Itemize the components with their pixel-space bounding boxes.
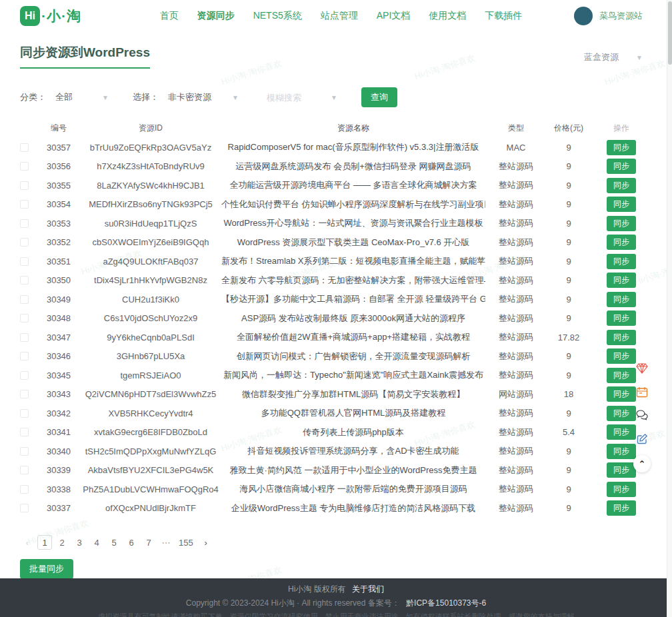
source-select[interactable]: 蓝盒资源 ▼ — [584, 51, 643, 69]
cell-resource-name: 新闻风尚，一触即达：Typecho"新闻速览"响应式主题Xaink震撼发布 — [221, 369, 485, 381]
row-checkbox[interactable] — [20, 181, 29, 190]
sync-button[interactable]: 同步 — [607, 330, 636, 345]
cell-resource-name: 海风小店微信商城小程序 一款附带后端的免费开源项目源码 — [221, 483, 485, 495]
sync-button[interactable]: 同步 — [607, 406, 636, 421]
sync-button[interactable]: 同步 — [607, 140, 636, 155]
sync-button[interactable]: 同步 — [607, 444, 636, 459]
row-checkbox[interactable] — [20, 504, 29, 512]
row-checkbox[interactable] — [20, 352, 29, 360]
about-us-link[interactable]: 关于我们 — [352, 584, 384, 594]
site-logo[interactable]: Hi ·小·淘 — [20, 6, 81, 26]
row-checkbox[interactable] — [20, 219, 29, 228]
cell-resource-name: 创新网页访问模式：广告解锁密钥，全开源流量变现源码解析 — [221, 350, 485, 362]
cell-price: 9 — [547, 313, 591, 323]
row-checkbox[interactable] — [20, 390, 29, 398]
pagination-page-2[interactable]: 2 — [55, 535, 69, 550]
sync-button[interactable]: 同步 — [607, 310, 636, 326]
cell-resource-name: 新发布！Streamlab X系列第二版：短视频电影直播全能主题，赋能苹果CMS — [221, 255, 485, 267]
row-checkbox[interactable] — [20, 238, 29, 247]
category-select[interactable]: 全部 ▼ — [51, 89, 113, 106]
cell-resource-name: 全功能运营级开源跨境电商平台 —— 多语言全球化商城解决方案 — [221, 179, 485, 191]
row-checkbox-cell — [20, 143, 37, 152]
page-title: 同步资源到WordPress — [20, 44, 150, 69]
sync-button[interactable]: 同步 — [607, 292, 636, 307]
scrollbar[interactable] — [667, 0, 672, 617]
col-rid: 资源ID — [80, 123, 221, 134]
sync-button[interactable]: 同步 — [607, 159, 636, 174]
sync-button[interactable]: 同步 — [607, 368, 636, 383]
nav-item-5[interactable]: 使用文档 — [429, 10, 466, 22]
row-checkbox[interactable] — [20, 295, 29, 304]
row-checkbox[interactable] — [20, 466, 29, 474]
edit-icon[interactable] — [635, 432, 649, 445]
pagination-page-5[interactable]: 5 — [107, 535, 121, 550]
nav-item-3[interactable]: 站点管理 — [321, 10, 358, 22]
sync-button[interactable]: 同步 — [607, 216, 636, 231]
nav-item-2[interactable]: NETS5系统 — [253, 10, 302, 22]
row-checkbox[interactable] — [20, 276, 29, 285]
cell-operation: 同步 — [591, 235, 652, 250]
row-checkbox[interactable] — [20, 162, 29, 171]
sync-button[interactable]: 同步 — [607, 482, 636, 497]
gem-icon[interactable] — [635, 362, 649, 375]
sync-button[interactable]: 同步 — [607, 424, 636, 440]
cell-id: 30355 — [37, 181, 80, 191]
sync-button[interactable]: 同步 — [607, 462, 636, 478]
resource-type-select[interactable]: 非卡密资源 ▼ — [164, 89, 243, 106]
icp-license-link[interactable]: 黔ICP备15010373号-6 — [406, 598, 486, 608]
search-input[interactable] — [267, 93, 324, 103]
query-button[interactable]: 查询 — [361, 87, 397, 107]
calendar-icon[interactable] — [635, 385, 649, 398]
row-checkbox[interactable] — [20, 314, 29, 322]
avatar[interactable] — [574, 7, 593, 25]
sync-button[interactable]: 同步 — [607, 348, 636, 364]
user-box[interactable]: 菜鸟资源站 — [574, 7, 643, 25]
pagination-page-1[interactable]: 1 — [37, 535, 52, 550]
pagination-page-155[interactable]: 155 — [176, 535, 196, 550]
nav-item-4[interactable]: API文档 — [377, 10, 411, 22]
pagination-prev[interactable]: ‹ — [20, 535, 35, 550]
cell-resource-id: MEDfHXirZBso6nyTNGk93PCj5 — [80, 199, 221, 209]
row-checkbox[interactable] — [20, 143, 29, 152]
back-to-top-button[interactable]: ⌃ — [633, 455, 651, 472]
row-checkbox[interactable] — [20, 257, 29, 266]
cell-type: 整站源码 — [485, 293, 547, 305]
row-checkbox[interactable] — [20, 485, 29, 494]
batch-sync-button[interactable]: 批量同步 — [20, 559, 73, 579]
row-checkbox[interactable] — [20, 447, 29, 456]
pagination-page-4[interactable]: 4 — [89, 535, 104, 550]
row-checkbox[interactable] — [20, 371, 29, 380]
cell-id: 30354 — [37, 199, 80, 209]
row-checkbox[interactable] — [20, 200, 29, 209]
pagination-page-7[interactable]: 7 — [141, 535, 156, 550]
col-name: 资源名称 — [221, 123, 485, 134]
pagination-next[interactable]: › — [199, 535, 213, 550]
sync-button[interactable]: 同步 — [607, 235, 636, 250]
pagination-page-6[interactable]: 6 — [124, 535, 139, 550]
scrollbar-thumb[interactable] — [668, 1, 672, 65]
sync-button[interactable]: 同步 — [607, 178, 636, 193]
nav-item-6[interactable]: 下载插件 — [485, 10, 522, 22]
row-checkbox[interactable] — [20, 428, 29, 436]
sync-button[interactable]: 同步 — [607, 273, 636, 288]
cell-resource-id: tgemRSJEiAO0 — [80, 370, 221, 380]
cell-resource-id: 3GHnb67pLU5Xa — [80, 351, 221, 361]
sync-button[interactable]: 同步 — [607, 500, 636, 516]
chat-icon[interactable] — [635, 408, 649, 422]
cell-resource-id: tSH2c5ImQDPpXxgMuNwfYZLqG — [80, 446, 221, 456]
row-checkbox-cell — [20, 200, 37, 209]
resource-table: 编号 资源ID 资源名称 类型 价格(元) 操作 30357bTrUu9ZoEQ… — [20, 118, 652, 518]
cell-type: 整站源码 — [485, 426, 547, 438]
nav-item-1[interactable]: 资源同步 — [197, 10, 235, 22]
table-row: 30341xvtakG9ecrg6E8IFDB0ZboLd传奇列表上传源码php… — [20, 423, 652, 442]
nav-item-0[interactable]: 首页 — [160, 10, 179, 22]
sync-button[interactable]: 同步 — [607, 197, 636, 212]
sync-button[interactable]: 同步 — [607, 254, 636, 269]
pagination-page-3[interactable]: 3 — [72, 535, 87, 550]
cell-id: 30337 — [37, 503, 80, 513]
cell-type: 整站源码 — [485, 237, 547, 249]
row-checkbox[interactable] — [20, 409, 29, 418]
row-checkbox[interactable] — [20, 333, 29, 342]
cell-resource-name: RapidComposerV5 for mac(音乐原型制作软件) v5.3.3… — [221, 141, 485, 153]
sync-button[interactable]: 同步 — [607, 386, 636, 402]
